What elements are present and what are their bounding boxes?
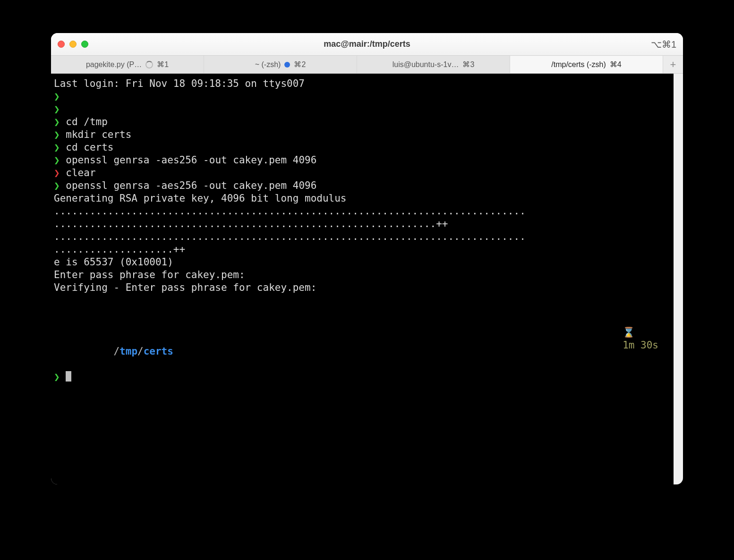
maximize-button[interactable]	[81, 41, 88, 48]
close-button[interactable]	[58, 41, 65, 48]
prompt-icon: ❯	[54, 142, 60, 153]
command-text: mkdir certs	[66, 129, 131, 140]
minimize-button[interactable]	[69, 41, 77, 48]
tab-shortcut: ⌘1	[157, 60, 169, 69]
output-line: Verifying - Enter pass phrase for cakey.…	[54, 281, 673, 294]
prompt-icon: ❯	[54, 103, 60, 115]
output-line: ........................................…	[54, 205, 673, 218]
output-line: Generating RSA private key, 4096 bit lon…	[54, 192, 673, 205]
traffic-lights	[58, 41, 88, 48]
path-slash: /	[113, 346, 119, 357]
tab-label: luis@ubuntu-s-1v…	[393, 60, 459, 69]
timer-display: ⌛ 1m 30s	[563, 314, 658, 365]
prompt-icon: ❯	[54, 116, 60, 127]
path-tmp: tmp	[119, 346, 137, 357]
tabbar: pagekite.py (P… ⌘1 ~ (-zsh) ⌘2 luis@ubun…	[51, 56, 683, 74]
tab-ubuntu[interactable]: luis@ubuntu-s-1v… ⌘3	[357, 56, 510, 73]
cursor	[66, 371, 71, 382]
activity-dot-icon	[284, 62, 290, 68]
terminal-window: mac@mair:/tmp/certs ⌥⌘1 pagekite.py (P… …	[51, 33, 683, 484]
prompt-icon: ❯	[54, 154, 60, 166]
new-tab-button[interactable]: +	[663, 56, 683, 73]
output-line: ........................................…	[54, 230, 673, 243]
command-text: openssl genrsa -aes256 -out cakey.pem 40…	[66, 180, 316, 191]
prompt-icon: ❯	[54, 180, 60, 191]
prompt-error-icon: ❯	[54, 167, 60, 178]
plus-icon: +	[670, 59, 676, 71]
window-title: mac@mair:/tmp/certs	[51, 39, 683, 49]
path-slash: /	[137, 346, 144, 357]
command-text: cd certs	[66, 142, 113, 153]
terminal-content: Last login: Fri Nov 18 09:18:35 on ttys0…	[51, 77, 683, 383]
titlebar: mac@mair:/tmp/certs ⌥⌘1	[51, 33, 683, 56]
spinner-icon	[145, 61, 153, 68]
tab-shortcut: ⌘3	[462, 60, 474, 69]
prompt-icon: ❯	[54, 371, 60, 382]
terminal-body[interactable]: Last login: Fri Nov 18 09:18:35 on ttys0…	[51, 74, 683, 484]
prompt-icon: ❯	[54, 91, 60, 102]
titlebar-shortcut: ⌥⌘1	[651, 39, 676, 50]
output-line: Enter pass phrase for cakey.pem:	[54, 269, 673, 281]
tab-label: /tmp/certs (-zsh)	[551, 60, 606, 69]
tab-certs[interactable]: /tmp/certs (-zsh) ⌘4	[510, 56, 663, 73]
tab-shortcut: ⌘4	[610, 60, 622, 69]
timer-value: 1m 30s	[623, 339, 658, 351]
output-line: ........................................…	[54, 218, 673, 230]
tab-home-zsh[interactable]: ~ (-zsh) ⌘2	[204, 56, 357, 73]
command-text: cd /tmp	[66, 116, 108, 127]
prompt-icon: ❯	[54, 129, 60, 140]
last-login-line: Last login: Fri Nov 18 09:18:35 on ttys0…	[54, 77, 673, 90]
tab-shortcut: ⌘2	[294, 60, 306, 69]
output-line: e is 65537 (0x10001)	[54, 256, 673, 269]
command-text: openssl genrsa -aes256 -out cakey.pem 40…	[66, 154, 316, 166]
command-text: clear	[66, 167, 95, 178]
hourglass-icon: ⌛	[623, 327, 635, 338]
tab-pagekite[interactable]: pagekite.py (P… ⌘1	[51, 56, 204, 73]
prompt-path-row: /tmp/certs ⌛ 1m 30s	[54, 307, 673, 371]
output-line: ....................++	[54, 243, 673, 256]
path-certs: certs	[144, 346, 173, 357]
tab-label: pagekite.py (P…	[86, 60, 142, 69]
tab-label: ~ (-zsh)	[255, 60, 281, 69]
folder-icon	[113, 333, 119, 344]
scrollbar[interactable]	[674, 74, 683, 484]
